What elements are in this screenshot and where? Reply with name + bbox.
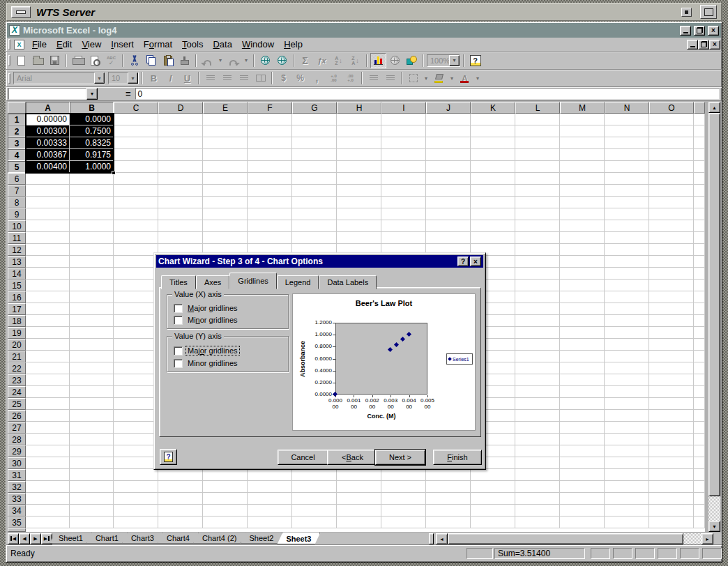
cell-A5[interactable]: 0.00400 [26,161,70,173]
cell-N21[interactable] [605,351,649,362]
cell-partial[interactable] [694,398,705,410]
cell-N5[interactable] [605,161,649,173]
cell-L20[interactable] [515,339,560,351]
cell-A6[interactable] [26,173,70,185]
cell-D3[interactable] [158,137,203,149]
cell-A29[interactable] [26,445,70,457]
sheet-tab-chart1[interactable]: Chart1 [86,533,128,544]
next-button[interactable]: Next > [375,450,425,465]
cell-I5[interactable] [381,161,426,173]
cell-I4[interactable] [381,149,426,161]
cell-K1[interactable] [471,114,515,125]
cell-C12[interactable] [114,244,158,256]
cell-I1[interactable] [381,114,426,125]
cell-F9[interactable] [248,208,292,220]
name-box-dropdown[interactable]: ▾ [86,88,98,100]
cell-O19[interactable] [649,327,694,339]
cell-B1[interactable]: 0.0000 [70,114,114,125]
cell-N32[interactable] [605,481,649,493]
cell-C29[interactable] [114,445,158,457]
cell-O15[interactable] [649,280,694,291]
cell-C2[interactable] [114,125,158,137]
cell-M11[interactable] [560,232,605,244]
cell-K11[interactable] [471,232,515,244]
cell-L27[interactable] [515,422,560,434]
borders-button[interactable] [405,70,421,86]
cell-B31[interactable] [70,469,114,481]
row-header-8[interactable]: 8 [8,197,26,208]
cell-F31[interactable] [248,469,292,481]
cell-C24[interactable] [114,386,158,398]
cell-partial[interactable] [694,445,705,457]
next-sheet-button[interactable]: ▶ [30,533,41,544]
font-color-dropdown-button[interactable]: ▾ [473,70,482,86]
cell-A11[interactable] [26,232,70,244]
cell-M32[interactable] [560,481,605,493]
cell-H5[interactable] [337,161,381,173]
cell-N27[interactable] [605,422,649,434]
cell-M21[interactable] [560,351,605,362]
cell-M34[interactable] [560,505,605,517]
cell-C5[interactable] [114,161,158,173]
cell-B10[interactable] [70,220,114,232]
column-header-H[interactable]: H [337,102,381,114]
new-workbook-button[interactable] [13,53,29,68]
cell-partial[interactable] [694,434,705,445]
excel-minimize-button[interactable] [680,26,691,36]
cell-O34[interactable] [649,505,694,517]
cell-D2[interactable] [158,125,203,137]
cell-partial[interactable] [694,517,705,528]
menu-insert[interactable]: Insert [106,38,139,51]
column-header-N[interactable]: N [605,102,649,114]
sheet-tab-sheet3[interactable]: Sheet3 [277,533,320,544]
cell-N11[interactable] [605,232,649,244]
excel-close-button[interactable]: × [708,26,719,36]
tab-gridlines[interactable]: Gridlines [229,273,276,289]
cell-B11[interactable] [70,232,114,244]
cell-N24[interactable] [605,386,649,398]
increase-indent-button[interactable] [382,70,398,86]
cell-A18[interactable] [26,315,70,327]
cell-F6[interactable] [248,173,292,185]
cell-B6[interactable] [70,173,114,185]
scroll-up-button[interactable]: ▲ [708,102,720,113]
cell-C26[interactable] [114,410,158,422]
menu-view[interactable]: View [77,38,106,51]
row-header-32[interactable]: 32 [8,481,26,493]
cell-B35[interactable] [70,517,114,528]
previous-sheet-button[interactable]: ◀ [19,533,30,544]
cell-N14[interactable] [605,268,649,280]
column-header-A[interactable]: A [26,102,70,114]
cell-F5[interactable] [248,161,292,173]
cell-D33[interactable] [158,493,203,505]
cell-A1[interactable]: 0.00000 [26,114,70,125]
font-name-combo[interactable]: Arial ▾ [13,72,105,84]
cell-I11[interactable] [381,232,426,244]
cell-partial[interactable] [694,280,705,291]
cell-K33[interactable] [471,493,515,505]
cell-M2[interactable] [560,125,605,137]
cell-L18[interactable] [515,315,560,327]
cell-L24[interactable] [515,386,560,398]
cell-A16[interactable] [26,291,70,303]
sheet-tab-sheet2[interactable]: Sheet2 [241,533,283,544]
cell-M31[interactable] [560,469,605,481]
y-minor-gridlines-checkbox[interactable]: Minor gridlines [174,358,239,368]
cell-B18[interactable] [70,315,114,327]
cell-C7[interactable] [114,185,158,197]
tab-axes[interactable]: Axes [196,275,229,289]
cut-button[interactable] [126,53,142,68]
cell-N23[interactable] [605,374,649,386]
format-painter-button[interactable] [176,53,192,68]
cell-A24[interactable] [26,386,70,398]
cell-partial[interactable] [694,220,705,232]
cell-B28[interactable] [70,434,114,445]
cell-K3[interactable] [471,137,515,149]
underline-button[interactable]: U [179,70,195,86]
cell-A34[interactable] [26,505,70,517]
cell-A26[interactable] [26,410,70,422]
cell-C22[interactable] [114,362,158,374]
cell-A31[interactable] [26,469,70,481]
row-header-12[interactable]: 12 [8,244,26,256]
cell-O28[interactable] [649,434,694,445]
